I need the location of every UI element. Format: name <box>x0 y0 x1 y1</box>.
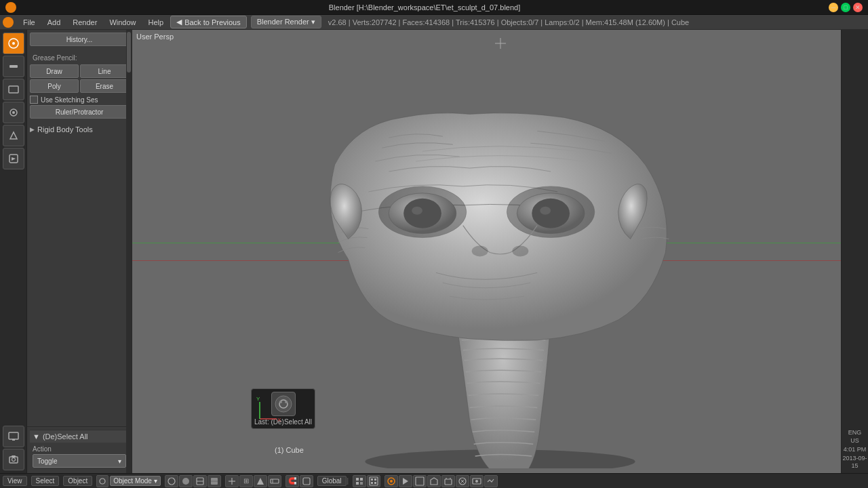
render-icon7[interactable] <box>470 475 484 487</box>
render-icon4[interactable] <box>427 475 441 487</box>
layer-icon1[interactable] <box>353 475 366 487</box>
info-bar: v2.68 | Verts:207742 | Faces:414368 | Tr… <box>328 18 689 26</box>
snap-icon2[interactable] <box>300 475 313 487</box>
svg-rect-52 <box>374 479 376 481</box>
history-section: History... <box>27 30 132 50</box>
panel-spacer <box>27 136 132 426</box>
layer-icon2[interactable] <box>367 475 380 487</box>
view-mode-icon[interactable] <box>165 475 178 487</box>
svg-point-21 <box>532 199 570 228</box>
render-engine-arrow: ▾ <box>311 18 315 26</box>
object-name-display: (1) Cube <box>275 446 304 454</box>
action-sublabel: Action <box>33 445 126 453</box>
render-toolbar <box>384 475 498 487</box>
blender-logo-icon <box>5 2 16 13</box>
svg-marker-57 <box>403 478 408 485</box>
mode-dropdown[interactable]: Object Mode ▾ <box>110 476 160 486</box>
menu-bar: File Add Render Window Help ◀ Back to Pr… <box>0 15 868 30</box>
object-mode-icon <box>96 475 108 487</box>
render-icon3[interactable] <box>413 475 427 487</box>
back-previous-button[interactable]: ◀ Back to Previous <box>170 16 247 28</box>
sidebar-icon-wrench[interactable] <box>3 56 24 77</box>
action-dropdown[interactable]: Toggle ▾ <box>33 454 126 468</box>
svg-point-23 <box>472 246 488 257</box>
rigid-body-section-header[interactable]: ▶ Rigid Body Tools <box>27 123 132 136</box>
select-menu-button[interactable]: Select <box>31 476 60 486</box>
view-menu-button[interactable]: View <box>3 476 27 486</box>
pivot-icon3[interactable] <box>254 475 267 487</box>
pivot-toolbar: ⊞ <box>225 475 281 487</box>
panel-scrollbar[interactable] <box>126 30 132 473</box>
sidebar-icon-sculpt[interactable] <box>3 125 24 146</box>
mode-arrow-icon: ▾ <box>154 477 157 485</box>
obj-name-text: (1) Cube <box>275 446 304 454</box>
clock-time: 4:01 PM <box>844 446 867 454</box>
svg-point-34 <box>168 478 175 485</box>
panel-scroll-thumb[interactable] <box>127 32 131 73</box>
maximize-button[interactable]: □ <box>841 3 850 12</box>
close-button[interactable]: ✕ <box>853 3 863 12</box>
ruler-button[interactable]: Ruler/Protractor <box>30 105 129 119</box>
object-mode-section: Object Mode ▾ <box>96 475 160 487</box>
pivot-icon2[interactable]: ⊞ <box>239 475 253 487</box>
svg-rect-45 <box>303 478 310 485</box>
menu-file[interactable]: File <box>18 17 41 28</box>
viewport-shade2-icon[interactable] <box>193 475 207 487</box>
svg-rect-46 <box>356 478 359 481</box>
sidebar-icon-cursor[interactable] <box>3 33 24 54</box>
sidebar-icon-screen[interactable] <box>3 426 24 447</box>
pivot-icon1[interactable] <box>225 475 239 487</box>
deselect-all-label: (De)Select All <box>43 432 88 441</box>
svg-point-33 <box>100 479 105 484</box>
clock-lang: ENG <box>848 429 862 437</box>
sidebar-icon-camera[interactable] <box>3 449 24 470</box>
minimize-button[interactable]: ─ <box>829 3 838 12</box>
render-icon1[interactable] <box>384 475 398 487</box>
draw-button[interactable]: Draw <box>30 64 79 78</box>
left-sidebar-icons <box>0 30 27 473</box>
menu-window[interactable]: Window <box>104 17 141 28</box>
menu-add[interactable]: Add <box>42 17 66 28</box>
line-button[interactable]: Line <box>80 64 129 78</box>
erase-button[interactable]: Erase <box>80 79 129 93</box>
poly-button[interactable]: Poly <box>30 79 79 93</box>
pivot-icon4[interactable] <box>268 475 281 487</box>
rigid-body-label: Rigid Body Tools <box>37 125 93 134</box>
render-icon8[interactable] <box>484 475 498 487</box>
deselect-arrow-icon: ▼ <box>33 432 40 441</box>
render-icon6[interactable] <box>456 475 469 487</box>
window-title: Blender [H:\Blender_workspace\ET\et_scul… <box>20 3 829 12</box>
render-icon5[interactable] <box>441 475 455 487</box>
svg-point-17 <box>403 199 441 228</box>
menu-render[interactable]: Render <box>67 17 102 28</box>
svg-point-64 <box>475 480 478 483</box>
global-button[interactable]: Global <box>317 476 347 486</box>
render-engine-button[interactable]: Blender Render ▾ <box>251 16 321 28</box>
svg-point-10 <box>12 458 15 462</box>
sidebar-icon-view[interactable] <box>3 79 24 100</box>
render-icon2[interactable] <box>399 475 412 487</box>
viewport-shade1-icon[interactable] <box>179 475 193 487</box>
snap-icon1[interactable]: 🧲 <box>285 475 299 487</box>
use-sketching-row: Use Sketching Ses <box>30 94 129 105</box>
svg-rect-49 <box>360 482 363 485</box>
sidebar-icon-paint[interactable] <box>3 102 24 123</box>
bottom-bar: View Select Object Object Mode ▾ ⊞ <box>0 473 868 488</box>
use-sketching-checkbox[interactable] <box>30 96 38 104</box>
object-menu-button[interactable]: Object <box>63 476 92 486</box>
menu-help[interactable]: Help <box>143 17 170 28</box>
snap-toolbar: 🧲 <box>285 475 313 487</box>
svg-rect-51 <box>371 479 373 481</box>
viewport[interactable]: User Persp <box>132 30 868 473</box>
axis-indicator: X Y <box>253 395 283 427</box>
history-button[interactable]: History... <box>30 33 129 46</box>
back-icon: ◀ <box>176 18 182 26</box>
viewport-shade3-icon[interactable] <box>208 475 221 487</box>
svg-rect-47 <box>360 478 363 481</box>
sidebar-icon-render2[interactable] <box>3 148 24 169</box>
svg-rect-7 <box>9 432 18 439</box>
rigid-body-arrow-icon: ▶ <box>30 126 35 133</box>
svg-point-56 <box>390 480 393 483</box>
grease-pencil-section: Grease Pencil: Draw Line Poly Erase Use … <box>27 50 132 123</box>
deselect-all-header[interactable]: ▼ (De)Select All <box>30 430 129 443</box>
